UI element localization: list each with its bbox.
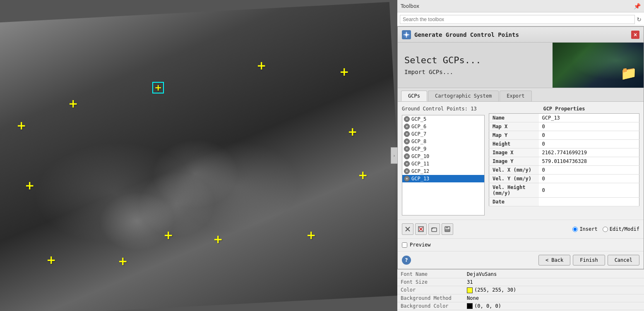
gcp-list-item[interactable]: GCP_9	[402, 145, 484, 153]
bottom-prop-name: Font Name	[397, 270, 464, 278]
svg-point-11	[406, 133, 408, 135]
bottom-prop-row: Color(255, 255, 30)	[397, 286, 644, 294]
gcp-dot-icon	[404, 116, 410, 122]
gcp-list-item[interactable]: GCP_6	[402, 123, 484, 130]
svg-point-1	[405, 33, 408, 36]
toolbox-pin-icon[interactable]: 📌	[634, 3, 641, 10]
banner-import-gcps[interactable]: Import GCPs...	[404, 69, 546, 75]
delete-all-button[interactable]	[415, 223, 427, 235]
prop-value[interactable]: 0	[539, 140, 639, 148]
prop-value[interactable]	[539, 198, 639, 206]
gcp-dot-icon	[404, 139, 410, 144]
gcp-dot-icon	[404, 161, 410, 167]
gcp-props-header: GCP Properties	[489, 106, 639, 113]
delete-button[interactable]	[402, 223, 413, 235]
tab-bar: GCPs Cartographic System Export	[398, 88, 644, 102]
prop-name: Image X	[489, 148, 539, 157]
gcp-list-item[interactable]: GCP_7	[402, 130, 484, 138]
edit-radio[interactable]	[603, 227, 608, 232]
prop-row: Vel. X (mm/y)0	[489, 166, 639, 175]
edit-label: Edit/Modif	[610, 226, 639, 232]
insert-radio-option[interactable]: Insert	[572, 226, 597, 232]
open-button[interactable]	[428, 223, 440, 235]
gcp-list-panel: Ground Control Points: 13 GCP_5GCP_6GCP_…	[402, 106, 485, 215]
gcp-item-label: GCP_8	[411, 139, 426, 144]
toolbox-header: Toolbox 📌	[397, 0, 644, 12]
prop-value[interactable]: 0	[539, 122, 639, 131]
prop-value[interactable]: 0	[539, 175, 639, 183]
prop-value[interactable]: GCP_13	[539, 114, 639, 122]
gcp-dot-icon	[404, 124, 410, 129]
prop-value[interactable]: 0	[539, 131, 639, 140]
search-input[interactable]	[400, 15, 635, 24]
dialog-close-button[interactable]: ×	[631, 31, 639, 39]
help-icon[interactable]: ?	[402, 256, 411, 265]
gcp-list-item[interactable]: GCP_13	[402, 175, 484, 182]
prop-name: Name	[489, 114, 539, 122]
toolbox-title: Toolbox	[401, 3, 419, 9]
color-swatch	[467, 287, 473, 293]
preview-checkbox[interactable]	[402, 242, 407, 248]
banner-select-gcps[interactable]: Select GCPs...	[404, 55, 546, 65]
prop-value[interactable]: 0	[539, 166, 639, 175]
svg-point-21	[406, 170, 408, 172]
prop-row: Image Y579.01104736328	[489, 157, 639, 166]
gcp-dot-icon	[404, 146, 410, 152]
back-button[interactable]: < Back	[538, 255, 570, 266]
prop-row: Image X2162.7741699219	[489, 148, 639, 157]
gcp-list-item[interactable]: GCP_5	[402, 115, 484, 123]
toolbar-right: Insert Edit/Modif	[572, 226, 639, 232]
gcp-item-label: GCP_12	[411, 168, 429, 174]
gcp-props-panel: GCP Properties NameGCP_13Map X0Map Y0Hei…	[489, 106, 639, 215]
prop-name: Map X	[489, 122, 539, 131]
edit-radio-option[interactable]: Edit/Modif	[603, 226, 639, 232]
right-panel: Toolbox 📌 ↻ Generate G	[397, 0, 644, 311]
tab-gcps[interactable]: GCPs	[401, 91, 427, 101]
gcp-list-item[interactable]: GCP_12	[402, 167, 484, 175]
cancel-button[interactable]: Cancel	[608, 255, 639, 266]
prop-row: Map Y0	[489, 131, 639, 140]
dialog-title-text: Generate Ground Control Points	[414, 31, 519, 38]
gcp-dot-icon	[404, 168, 410, 174]
prop-name: Height	[489, 140, 539, 148]
gcp-item-label: GCP_11	[411, 161, 429, 167]
refresh-icon[interactable]: ↻	[637, 16, 642, 23]
prop-name: Date	[489, 198, 539, 206]
svg-rect-32	[445, 229, 449, 231]
gcp-list[interactable]: GCP_5GCP_6GCP_7GCP_8GCP_9GCP_10GCP_11GCP…	[402, 115, 485, 215]
svg-point-7	[406, 118, 408, 120]
svg-point-13	[406, 141, 408, 142]
sidebar-arrow[interactable]: ›	[391, 147, 397, 164]
svg-point-23	[406, 178, 408, 179]
svg-point-9	[406, 126, 408, 127]
gcp-dot-icon	[404, 153, 410, 159]
dialog-window: Generate Ground Control Points × Select …	[397, 26, 644, 269]
gcp-item-label: GCP_5	[411, 116, 426, 122]
gcp-dot-icon	[404, 131, 410, 137]
save-button[interactable]	[442, 223, 453, 235]
preview-area: Preview	[398, 238, 644, 251]
map-texture	[0, 2, 397, 311]
finish-button[interactable]: Finish	[573, 255, 605, 266]
dialog-banner: Select GCPs... Import GCPs... 📁	[398, 43, 644, 88]
toolbox-search-bar: ↻	[397, 12, 644, 26]
gcp-list-item[interactable]: GCP_10	[402, 153, 484, 160]
prop-name: Vel. Y (mm/y)	[489, 175, 539, 183]
prop-row: Vel. Height (mm/y)0	[489, 183, 639, 198]
bottom-prop-value: DejaVuSans	[464, 270, 644, 278]
gcp-list-item[interactable]: GCP_11	[402, 160, 484, 167]
prop-value[interactable]: 0	[539, 183, 639, 198]
prop-value[interactable]: 579.01104736328	[539, 157, 639, 166]
prop-value[interactable]: 2162.7741699219	[539, 148, 639, 157]
tab-cartographic[interactable]: Cartographic System	[428, 91, 499, 101]
gcp-toolbar: Insert Edit/Modif	[398, 220, 644, 238]
toolbar-left	[402, 223, 453, 235]
bottom-prop-row: Background Color(0, 0, 0)	[397, 302, 644, 310]
svg-point-15	[406, 148, 408, 150]
svg-rect-31	[446, 227, 448, 228]
prop-name: Image Y	[489, 157, 539, 166]
preview-label: Preview	[410, 242, 431, 248]
tab-export[interactable]: Export	[500, 91, 531, 101]
insert-radio[interactable]	[572, 227, 578, 232]
gcp-list-item[interactable]: GCP_8	[402, 138, 484, 145]
